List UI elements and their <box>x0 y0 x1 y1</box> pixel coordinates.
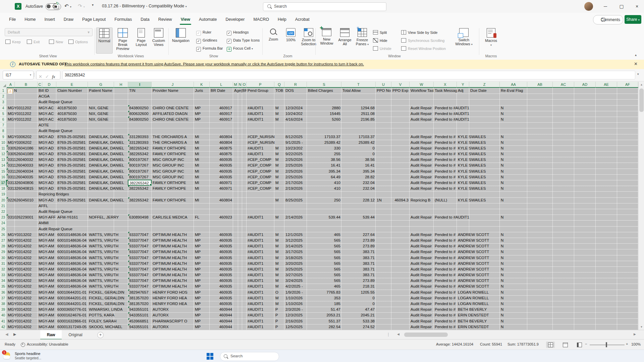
cell-Q28[interactable]: M <box>274 243 284 249</box>
cell-S26[interactable]: 465 <box>307 232 341 238</box>
cell-J28[interactable]: OPTIMUM HEALTH <box>152 243 194 249</box>
cell-W41[interactable]: Audit Repair <box>410 318 434 324</box>
cell-L32[interactable]: 460935 <box>210 266 233 272</box>
cell-G27[interactable]: WATTS, VIRUTH <box>88 238 128 243</box>
cell-C5[interactable]: MGY-AC <box>38 111 56 117</box>
cell-Q35[interactable]: M <box>274 284 284 289</box>
cell-L35[interactable]: 460935 <box>210 284 233 289</box>
cell-T31[interactable]: 383.71 <box>341 261 376 266</box>
zoom-button[interactable]: Zoom <box>265 27 282 53</box>
cell-G20[interactable]: DANEILAK, DANIEL <box>88 197 128 203</box>
cell-E31[interactable]: 60010148636-04 <box>56 261 88 266</box>
cell-Y32[interactable]: ANDREW SCOTT <box>457 266 500 272</box>
cell-Y14[interactable]: KYLE SWAILES <box>457 163 500 168</box>
hide-button[interactable]: Hide <box>373 38 387 43</box>
cell-Y36[interactable]: LOGAN ROWELL <box>457 290 500 295</box>
cell-I31[interactable]: 933377047 <box>128 261 152 266</box>
cell-Q27[interactable]: M <box>274 238 284 243</box>
cell-E15[interactable]: 8769-25-002581 <box>56 169 88 174</box>
cell-W26[interactable]: Audit Repair <box>410 232 434 238</box>
cell-K18[interactable]: MI <box>194 186 210 191</box>
cell-A42[interactable]: MGY0314202 <box>7 324 38 330</box>
cell-Q1[interactable]: TOB <box>274 88 284 94</box>
cell-E34[interactable]: 60010148636-04 <box>56 278 88 284</box>
cell-C29[interactable]: MGY-AM <box>38 249 56 255</box>
cell-S27[interactable]: 565 <box>307 238 341 243</box>
cell-G29[interactable]: WATTS, VIRUTH <box>88 249 128 255</box>
cell-K37[interactable]: MP <box>194 295 210 301</box>
arrange-all-button[interactable]: Arrange All <box>337 27 353 53</box>
cell-X30[interactable]: Pended to # <box>434 255 457 261</box>
cell-J5[interactable]: AFFILIATED DIAGN <box>152 111 194 117</box>
cell-T18[interactable]: 232.04 <box>341 186 376 191</box>
cell-I20[interactable]: 382265342 <box>128 197 152 203</box>
cell-G37[interactable]: FICKEL, GERALDIN <box>88 295 128 301</box>
row-header-1[interactable]: 1 <box>0 88 7 94</box>
cell-K28[interactable]: MP <box>194 243 210 249</box>
cell-AA15[interactable]: N <box>500 169 527 174</box>
cell-Q17[interactable]: M <box>274 180 284 186</box>
cell-P18[interactable]: #CEP_COMP <box>247 186 274 191</box>
row-header-12[interactable]: 12 <box>0 151 7 157</box>
cell-C12[interactable]: MGY-AD <box>38 151 56 157</box>
cell-I42[interactable]: 943355101 <box>128 324 152 330</box>
row-header-19[interactable]: 19 <box>0 191 7 197</box>
cell-I34[interactable]: 933377047 <box>128 278 152 284</box>
cell-S9[interactable]: 17103.37 <box>307 134 341 140</box>
tab-data[interactable]: Data <box>136 13 154 26</box>
cell-L14[interactable]: 460935 <box>210 163 233 168</box>
cell-W35[interactable]: Audit Repair <box>410 284 434 289</box>
cell-W31[interactable]: Audit Repair <box>410 261 434 266</box>
row-header-21[interactable]: 21 <box>0 203 7 209</box>
cell-C39[interactable]: MGY-AM <box>38 307 56 312</box>
cell-Y35[interactable]: ANDREW SCOTT <box>457 284 500 289</box>
cell-S29[interactable]: 565 <box>307 249 341 255</box>
cell-K4[interactable]: MP <box>194 105 210 111</box>
column-header-Q[interactable]: Q <box>274 82 284 88</box>
cell-Q20[interactable]: M <box>274 197 284 203</box>
cell-A20[interactable]: 022626045010 <box>7 197 38 203</box>
row-header-3[interactable]: 3 <box>0 99 7 105</box>
cell-E9[interactable]: 8769-25-002581 <box>56 134 88 140</box>
cell-E13[interactable]: 8769-25-002581 <box>56 157 88 163</box>
cell-Q36[interactable]: O <box>274 290 284 295</box>
cell-S6[interactable]: 5260 <box>307 117 341 122</box>
cell-L31[interactable]: 460935 <box>210 261 233 266</box>
cell-Q5[interactable]: M <box>274 111 284 117</box>
cell-W30[interactable]: Audit Repair <box>410 255 434 261</box>
row-header-31[interactable]: 31 <box>0 261 7 266</box>
cell-W16[interactable]: Audit Repair <box>410 174 434 180</box>
page-layout-status-button[interactable] <box>561 342 570 348</box>
cell-K15[interactable]: MI <box>194 169 210 174</box>
cell-S16[interactable]: 64.49 <box>307 174 341 180</box>
scroll-left-icon[interactable]: ◀ <box>397 333 399 336</box>
cell-S32[interactable]: 565 <box>307 266 341 272</box>
cell-AA5[interactable]: N <box>500 111 527 117</box>
view-side-by-side-button[interactable]: View Side by Side <box>401 30 437 35</box>
cell-Y27[interactable]: ANDREW SCOTT <box>457 238 500 243</box>
cell-C9[interactable]: MGY-AD <box>38 134 56 140</box>
cell-Q37[interactable]: M <box>274 295 284 301</box>
row-header-14[interactable]: 14 <box>0 163 7 168</box>
cell-W10[interactable]: Audit Repair <box>410 140 434 145</box>
cell-I38[interactable]: 381357020 <box>128 301 152 307</box>
cell-Q13[interactable]: M <box>274 157 284 163</box>
cell-A16[interactable]: 031126040035 <box>7 174 38 180</box>
cell-I1[interactable]: TIN <box>128 88 152 94</box>
cell-I39[interactable]: 943355101 <box>128 307 152 312</box>
cell-R18[interactable]: 2/19/2026 <box>284 186 307 191</box>
cell-Y18[interactable]: KYLE SWAILES <box>457 186 500 191</box>
column-header-D[interactable]: D <box>42 82 56 88</box>
cell-U20[interactable]: 1N <box>376 197 391 203</box>
ruler-checkbox[interactable]: ✓Ruler <box>196 30 211 36</box>
cell-Q31[interactable]: M <box>274 261 284 266</box>
cell-I16[interactable]: 800197267 <box>128 174 152 180</box>
cell-A31[interactable]: MGY0314202 <box>7 261 38 266</box>
cell-AA34[interactable]: N <box>500 278 527 284</box>
cell-P34[interactable]: #AUDIT1 <box>247 278 274 284</box>
cell-W17[interactable]: Audit Repair <box>410 180 434 186</box>
cell-I6[interactable]: 843800250 <box>128 117 152 122</box>
cell-E12[interactable]: 8769-25-002581 <box>56 151 88 157</box>
cell-E40[interactable]: 60001624676-01 <box>56 312 88 318</box>
insert-function-icon[interactable]: fx <box>52 74 55 79</box>
